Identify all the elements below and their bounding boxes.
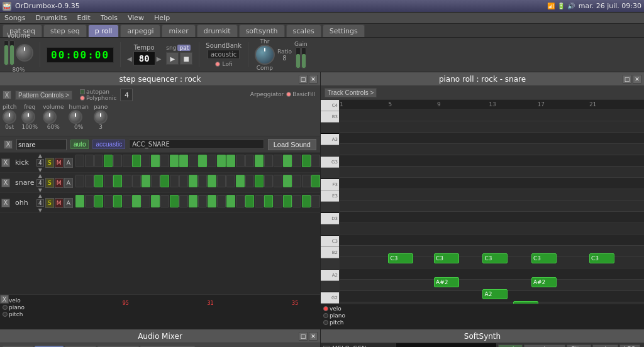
track-snare-a-btn[interactable]: A (64, 178, 73, 188)
cell-kick-7[interactable] (142, 155, 150, 167)
piano-key-A#3[interactable] (321, 123, 339, 134)
pattern-x-btn[interactable]: X (3, 91, 11, 99)
cell-kick-24[interactable] (302, 155, 311, 167)
cell-ohh-15[interactable] (217, 195, 226, 207)
track-snare-x[interactable]: X (1, 179, 10, 187)
gain-slider[interactable] (296, 47, 301, 69)
cell-ohh-11[interactable] (179, 195, 188, 207)
note-C3-0.82[interactable]: C3 (589, 253, 614, 263)
piano-radio[interactable] (3, 305, 8, 310)
cell-ohh-4[interactable] (113, 195, 122, 207)
cell-kick-1[interactable] (85, 155, 94, 167)
human-knob[interactable] (69, 110, 82, 124)
cell-ohh-9[interactable] (160, 195, 169, 207)
track-kick-x[interactable]: X (1, 158, 10, 167)
cell-snare-5[interactable] (123, 175, 131, 187)
pr-velo-radio[interactable] (323, 306, 328, 311)
cell-snare-15[interactable] (217, 175, 226, 187)
auto-button[interactable]: auto (70, 140, 89, 149)
piano-key-G3[interactable]: G3 (321, 157, 339, 168)
track-snare-s-btn[interactable]: S (45, 178, 54, 188)
cell-snare-2[interactable] (94, 175, 103, 187)
piano-key-A3[interactable]: A3 (321, 134, 339, 145)
tab-drumkit[interactable]: drumkit (197, 25, 238, 37)
cell-ohh-20[interactable] (264, 195, 273, 207)
pr-close-btn[interactable]: ✕ (633, 75, 641, 84)
piano-key-G#2[interactable] (321, 281, 339, 292)
cell-snare-25[interactable] (311, 175, 320, 187)
cell-ohh-16[interactable] (226, 195, 235, 207)
synth-tab-lfo[interactable]: LFO (619, 344, 640, 347)
cell-snare-9[interactable] (160, 175, 169, 187)
cell-ohh-10[interactable] (170, 195, 179, 207)
volume-slider-l[interactable] (4, 40, 9, 65)
piano-key-B2[interactable]: B2 (321, 247, 339, 258)
track-x-btn[interactable]: X (4, 140, 13, 149)
menu-item-edit[interactable]: Edit (75, 14, 92, 22)
menu-item-songs[interactable]: Songs (3, 14, 27, 22)
note-blocks-layer[interactable]: C3C3C3C3C3A#2A#2A2G#2 (340, 110, 644, 304)
cell-snare-19[interactable] (255, 175, 264, 187)
piano-key-A#2[interactable] (321, 258, 339, 270)
piano-key-C3[interactable]: C3 (321, 236, 339, 247)
piano-key-C#3[interactable] (321, 224, 339, 236)
menu-item-view[interactable]: View (126, 14, 146, 22)
cell-kick-13[interactable] (198, 155, 207, 167)
cell-snare-4[interactable] (113, 175, 122, 187)
cell-ohh-25[interactable] (311, 195, 320, 207)
pattern-controls-btn[interactable]: Pattern Controls > (15, 91, 72, 100)
cell-snare-1[interactable] (85, 175, 94, 187)
cell-snare-11[interactable] (179, 175, 188, 187)
piano-key-G2[interactable]: G2 (321, 292, 339, 304)
pr-maximize-btn[interactable]: □ (623, 75, 631, 84)
cell-kick-18[interactable] (245, 155, 254, 167)
tab-softsynth[interactable]: softsynth (239, 25, 285, 37)
load-sound-button[interactable]: Load Sound (268, 139, 316, 150)
gain-slider2[interactable] (301, 47, 306, 69)
cell-snare-0[interactable] (75, 175, 84, 187)
cell-kick-0[interactable] (75, 155, 84, 167)
cell-snare-12[interactable] (189, 175, 197, 187)
cell-ohh-21[interactable] (274, 195, 282, 207)
cell-kick-10[interactable] (170, 155, 179, 167)
cell-kick-19[interactable] (255, 155, 264, 167)
tab-step_seq[interactable]: step seq (43, 25, 87, 37)
synth-tab-noise[interactable]: noise (592, 344, 618, 347)
track-ohh-s-btn[interactable]: S (45, 198, 54, 208)
stop-button[interactable]: ■ (180, 52, 192, 65)
cell-kick-3[interactable] (104, 155, 113, 167)
note-G#2-0.57[interactable]: G#2 (513, 301, 538, 304)
piano-key-F#3[interactable] (321, 168, 339, 179)
thr-knob[interactable] (255, 45, 275, 65)
cell-kick-8[interactable] (151, 155, 160, 167)
note-C3-0.31[interactable]: C3 (434, 253, 459, 263)
cell-snare-10[interactable] (170, 175, 179, 187)
cell-ohh-19[interactable] (255, 195, 264, 207)
cell-ohh-13[interactable] (198, 195, 207, 207)
note-A#2-0.63[interactable]: A#2 (531, 277, 557, 287)
cell-ohh-24[interactable] (302, 195, 311, 207)
tab-scales[interactable]: scales (286, 25, 321, 37)
pitch-radio[interactable] (3, 312, 8, 317)
volume-ctrl-knob[interactable] (43, 110, 57, 124)
cell-ohh-3[interactable] (104, 195, 113, 207)
piano-key-G#3[interactable] (321, 145, 339, 157)
cell-kick-11[interactable] (179, 155, 188, 167)
note-C3-0.47[interactable]: C3 (482, 253, 508, 263)
synth-tab-filter[interactable]: Filter (567, 344, 591, 347)
cell-kick-6[interactable] (132, 155, 141, 167)
cell-kick-5[interactable] (123, 155, 131, 167)
cell-kick-25[interactable] (311, 155, 320, 167)
cell-kick-9[interactable] (160, 155, 169, 167)
cell-kick-4[interactable] (113, 155, 122, 167)
cell-snare-13[interactable] (198, 175, 207, 187)
cell-snare-3[interactable] (104, 175, 113, 187)
note-A2-0.47[interactable]: A2 (482, 289, 508, 299)
piano-key-B3[interactable]: B3 (321, 111, 339, 123)
track-ohh-x[interactable]: X (1, 199, 10, 207)
piano-key-D#3[interactable] (321, 202, 339, 213)
tab-arpeggi[interactable]: arpeggi (120, 25, 160, 37)
cell-kick-15[interactable] (217, 155, 226, 167)
piano-key-A2[interactable]: A2 (321, 270, 339, 281)
arp-radio[interactable] (286, 92, 291, 97)
